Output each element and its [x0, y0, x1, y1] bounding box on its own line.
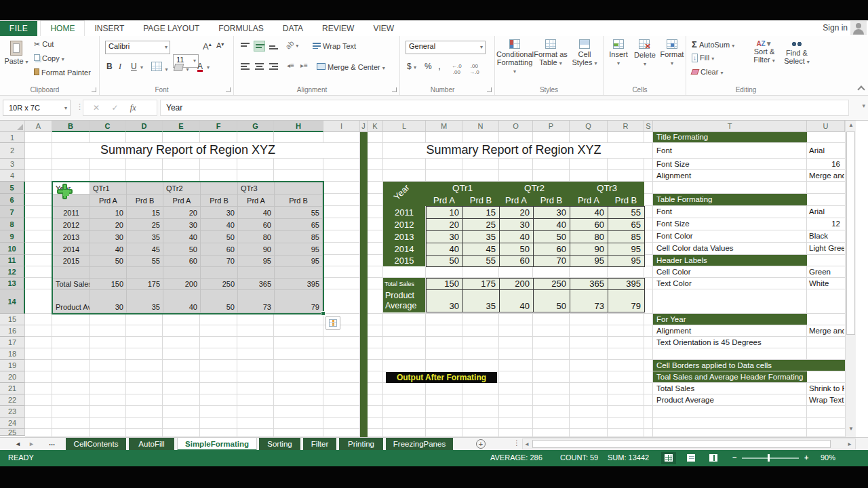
cell[interactable]: 30 — [201, 207, 238, 219]
row-header-24[interactable]: 24 — [0, 418, 25, 429]
cell[interactable]: 65 — [275, 219, 323, 231]
data-cell[interactable]: 15 — [462, 206, 500, 219]
sheet-tab-printing[interactable]: Printing — [339, 438, 384, 451]
user-avatar-icon[interactable] — [850, 21, 867, 35]
row-header-19[interactable]: 19 — [0, 360, 25, 371]
data-cell[interactable]: 60 — [533, 243, 570, 256]
row-header-7[interactable]: 7 — [0, 206, 25, 218]
collapse-ribbon-chevron-icon[interactable] — [857, 85, 865, 93]
cell[interactable]: 95 — [238, 256, 275, 267]
name-box[interactable]: 10R x 7C▾ — [3, 100, 71, 116]
paste-button[interactable]: Paste ▾ — [3, 39, 30, 65]
bold-button[interactable]: B — [106, 62, 113, 71]
column-header-K[interactable]: K — [368, 121, 383, 132]
sheet-tab-sorting[interactable]: Sorting — [259, 438, 301, 451]
cell[interactable] — [238, 267, 275, 279]
column-header-L[interactable]: L — [383, 121, 426, 132]
row-header-13[interactable]: 13 — [0, 278, 25, 289]
column-header-H[interactable]: H — [274, 121, 323, 132]
cell-styles-button[interactable]: CellStyles ▾ — [568, 37, 601, 66]
column-header-I[interactable]: I — [323, 121, 360, 132]
normal-view-button[interactable] — [661, 452, 676, 464]
scroll-right-arrow-icon[interactable]: ► — [847, 441, 852, 447]
sheet-nav-right-icon[interactable]: ► — [28, 441, 35, 447]
cell[interactable]: 50 — [163, 243, 201, 256]
cell[interactable]: Total Sales — [53, 279, 90, 290]
row-header-23[interactable]: 23 — [0, 406, 25, 418]
cell[interactable]: 85 — [275, 231, 323, 243]
font-dialog-launcher[interactable] — [226, 87, 231, 92]
data-cell[interactable]: 95 — [570, 255, 608, 267]
column-header-F[interactable]: F — [200, 121, 237, 132]
cell[interactable]: Prd B — [127, 195, 163, 207]
cell[interactable]: Prd A — [238, 195, 275, 207]
align-top-icon[interactable] — [241, 43, 250, 49]
column-header-B[interactable]: B — [52, 121, 90, 132]
shrink-font-button[interactable]: A▾ — [216, 41, 224, 49]
data-cell[interactable]: 70 — [533, 255, 570, 267]
page-layout-view-button[interactable] — [684, 452, 698, 464]
row-header-14[interactable]: 14 — [0, 289, 25, 314]
zoom-slider-track[interactable] — [742, 458, 799, 459]
cell[interactable]: 2011 — [53, 207, 90, 219]
cell[interactable]: 2012 — [53, 219, 90, 231]
cell[interactable]: Product Average — [53, 290, 90, 313]
data-cell[interactable]: 95 — [608, 255, 645, 267]
data-cell[interactable]: 50 — [499, 243, 534, 256]
data-cell[interactable]: 40 — [426, 243, 463, 256]
underline-dropdown[interactable]: ▾ — [140, 64, 143, 70]
cell[interactable]: Prd B — [201, 195, 238, 207]
sheet-tab-freezingpanes[interactable]: FreezingPanes — [386, 438, 454, 451]
column-header-M[interactable]: M — [426, 121, 462, 132]
cell[interactable]: 79 — [275, 290, 323, 313]
font-color-dropdown[interactable]: ▾ — [207, 64, 210, 70]
average-cell[interactable]: 79 — [608, 289, 645, 312]
row-header-17[interactable]: 17 — [0, 337, 25, 348]
cell[interactable]: 95 — [275, 243, 323, 256]
column-header-G[interactable]: G — [237, 121, 274, 132]
align-bottom-icon[interactable] — [269, 43, 278, 49]
fill-color-button[interactable]: ▾ — [174, 62, 189, 74]
orientation-button[interactable]: ab ▾ — [285, 41, 298, 49]
cell[interactable]: 2013 — [53, 231, 90, 243]
wrap-text-button[interactable]: Wrap Text — [313, 42, 356, 50]
data-cell[interactable]: 10 — [426, 206, 463, 219]
column-header-P[interactable]: P — [533, 121, 570, 132]
row-header-6[interactable]: 6 — [0, 194, 25, 206]
column-header-O[interactable]: O — [499, 121, 533, 132]
cell[interactable]: 365 — [238, 279, 275, 290]
column-header-R[interactable]: R — [608, 121, 644, 132]
cell[interactable]: 2014 — [53, 243, 90, 256]
cell[interactable]: 50 — [201, 290, 238, 313]
ribbon-tab-home[interactable]: HOME — [40, 20, 85, 36]
currency-button[interactable]: $ ▾ — [407, 62, 416, 71]
number-format-combo[interactable]: General▾ — [406, 41, 486, 54]
total-cell[interactable]: 395 — [608, 278, 645, 290]
decrease-indent-button[interactable]: ◂≡ — [287, 62, 294, 69]
data-cell[interactable]: 60 — [570, 218, 608, 231]
zoom-in-button[interactable]: + — [804, 453, 808, 462]
align-right-icon[interactable] — [269, 63, 278, 70]
cell[interactable]: 35 — [127, 231, 163, 243]
sheet-tab-more[interactable]: ... — [49, 439, 55, 447]
number-dialog-launcher[interactable] — [487, 87, 492, 92]
sort-filter-button[interactable]: AZ▼ Sort &Filter ▾ — [749, 37, 780, 64]
row-header-21[interactable]: 21 — [0, 383, 25, 394]
sheet-nav-left-icon[interactable]: ◄ — [15, 441, 21, 447]
scroll-left-arrow-icon[interactable]: ◄ — [524, 441, 530, 447]
cell[interactable]: 40 — [90, 243, 127, 256]
cell[interactable]: 30 — [163, 219, 201, 231]
cell[interactable]: 80 — [238, 231, 275, 243]
formula-bar-expand-icon[interactable]: ▾ — [862, 102, 865, 109]
cell[interactable] — [127, 182, 163, 195]
cell[interactable]: 90 — [238, 243, 275, 256]
vertical-scroll-thumb[interactable] — [846, 131, 855, 335]
horizontal-scrollbar[interactable]: ◄► — [522, 439, 856, 449]
cell[interactable]: QTr3 — [238, 182, 275, 195]
cell[interactable] — [275, 182, 323, 195]
column-header-S[interactable]: S — [644, 121, 653, 132]
cell[interactable]: 40 — [163, 231, 201, 243]
cell[interactable]: 60 — [163, 256, 201, 267]
grow-font-button[interactable]: A▴ — [203, 41, 212, 52]
scroll-down-arrow-icon[interactable]: ▼ — [846, 426, 856, 434]
